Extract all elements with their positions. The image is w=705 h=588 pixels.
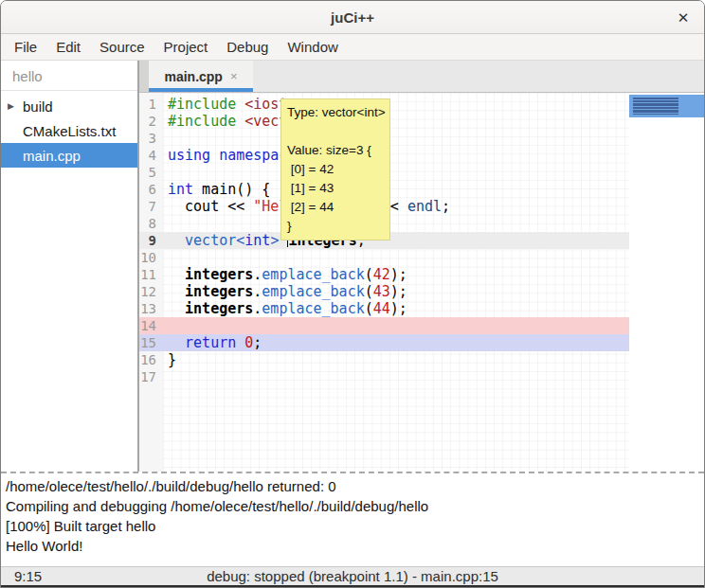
code-segment: int xyxy=(244,232,270,249)
tooltip-line xyxy=(287,122,384,141)
code-line-16[interactable]: 16} xyxy=(139,351,629,368)
code-segment xyxy=(210,147,219,164)
code-segment: ; xyxy=(253,334,262,351)
line-number[interactable]: 4 xyxy=(139,147,163,164)
menu-item-source[interactable]: Source xyxy=(90,35,154,59)
code-segment: integers xyxy=(185,266,253,283)
line-text: int main() { xyxy=(163,181,270,198)
line-number[interactable]: 3 xyxy=(139,130,163,147)
menu-item-project[interactable]: Project xyxy=(154,35,218,59)
line-number[interactable]: 14 xyxy=(139,317,163,334)
line-number[interactable]: 1 xyxy=(139,96,163,113)
editor-column: main.cpp × 1#include <iostream>2#include… xyxy=(139,61,704,472)
terminal-line: [100%] Built target hello xyxy=(6,516,699,536)
line-number[interactable]: 11 xyxy=(139,266,163,283)
code-line-12[interactable]: 12 integers.emplace_back(43); xyxy=(139,283,629,300)
code-segment: emplace_back xyxy=(262,266,364,283)
code-segment: ); xyxy=(390,300,407,317)
line-text: integers.emplace_back(44); xyxy=(163,300,407,317)
code-segment: ( xyxy=(365,266,373,283)
tree-item-label: CMakeLists.txt xyxy=(23,123,116,139)
line-number[interactable]: 15 xyxy=(139,334,163,351)
code-line-11[interactable]: 11 integers.emplace_back(42); xyxy=(139,266,629,283)
code-segment: int xyxy=(168,181,193,198)
line-text: return 0; xyxy=(163,334,262,351)
line-number[interactable]: 6 xyxy=(139,181,163,198)
code-segment: #include xyxy=(168,96,244,113)
menu-bar: FileEditSourceProjectDebugWindow xyxy=(1,34,704,61)
line-text xyxy=(163,130,168,147)
code-segment: emplace_back xyxy=(262,300,364,317)
code-line-13[interactable]: 13 integers.emplace_back(44); xyxy=(139,300,629,317)
terminal-line: Hello World! xyxy=(6,536,699,556)
minimap[interactable] xyxy=(629,93,704,472)
line-number[interactable]: 9 xyxy=(139,232,163,249)
tab-close-icon[interactable]: × xyxy=(230,69,238,83)
tab-label: main.cpp xyxy=(164,69,222,84)
code-segment: return xyxy=(185,334,236,351)
code-segment: using xyxy=(168,147,210,164)
code-segment: ); xyxy=(390,266,407,283)
code-segment: } xyxy=(168,351,176,368)
code-line-15[interactable]: 15 return 0; xyxy=(139,334,629,351)
tab-bar: main.cpp × xyxy=(139,61,704,93)
menu-item-window[interactable]: Window xyxy=(278,35,347,59)
tab-bar-notch xyxy=(139,61,149,92)
tab-main-cpp[interactable]: main.cpp × xyxy=(149,61,253,92)
line-number[interactable]: 8 xyxy=(139,215,163,232)
code-editor[interactable]: 1#include <iostream>2#include <vector>34… xyxy=(139,93,704,472)
code-segment: ( xyxy=(365,283,373,300)
project-path-label: hello xyxy=(1,61,137,91)
line-number[interactable]: 5 xyxy=(139,164,163,181)
debug-value-tooltip: Type: vector<int> Value: size=3 { [0] = … xyxy=(280,98,390,241)
code-segment: . xyxy=(253,266,262,283)
code-segment: ); xyxy=(390,283,407,300)
code-line-14[interactable]: 14 xyxy=(139,317,629,334)
code-segment: integers xyxy=(185,300,253,317)
code-segment: < xyxy=(236,232,244,249)
code-segment: 42 xyxy=(373,266,390,283)
code-segment: . xyxy=(253,283,262,300)
code-segment: #include xyxy=(168,113,244,130)
terminal-line: /home/olece/test/hello/./build/debug/hel… xyxy=(6,476,699,496)
tooltip-line: Type: vector<int> xyxy=(287,103,384,122)
code-segment: vector xyxy=(185,232,236,249)
tree-item-main-cpp[interactable]: main.cpp xyxy=(1,143,137,168)
line-number[interactable]: 10 xyxy=(139,249,163,266)
code-line-10[interactable]: 10 xyxy=(139,249,629,266)
code-line-17[interactable]: 17 xyxy=(139,368,629,385)
cursor-position-label: 9:15 xyxy=(14,568,42,584)
line-text xyxy=(163,249,168,266)
close-icon[interactable]: ✕ xyxy=(674,9,693,27)
status-bar: 9:15 debug: stopped (breakpoint 1.1) - m… xyxy=(1,566,704,585)
code-segment: 43 xyxy=(373,283,390,300)
minimap-slider[interactable] xyxy=(629,95,704,117)
code-segment: 0 xyxy=(244,334,253,351)
line-number[interactable]: 16 xyxy=(139,351,163,368)
tooltip-line: [2] = 44 xyxy=(287,198,384,217)
line-number[interactable]: 17 xyxy=(139,368,163,385)
terminal-line: Compiling and debugging /home/olece/test… xyxy=(6,496,699,516)
tree-item-cmakelists-txt[interactable]: CMakeLists.txt xyxy=(1,118,137,143)
code-segment xyxy=(168,334,185,351)
code-segment: integers xyxy=(185,283,253,300)
menu-item-edit[interactable]: Edit xyxy=(46,35,90,59)
tree-item-label: build xyxy=(23,98,53,115)
code-segment: ( xyxy=(365,300,373,317)
line-number[interactable]: 13 xyxy=(139,300,163,317)
code-segment: main() { xyxy=(193,181,270,198)
line-number[interactable]: 7 xyxy=(139,198,163,215)
menu-item-file[interactable]: File xyxy=(5,35,46,59)
terminal-output[interactable]: /home/olece/test/hello/./build/debug/hel… xyxy=(1,472,704,566)
expander-icon[interactable]: ▶ xyxy=(8,101,23,111)
line-number[interactable]: 12 xyxy=(139,283,163,300)
app-window: juCi++ ✕ FileEditSourceProjectDebugWindo… xyxy=(0,0,705,588)
tree-item-build[interactable]: ▶build xyxy=(1,94,137,118)
code-segment: endl xyxy=(407,198,442,215)
menu-item-debug[interactable]: Debug xyxy=(217,35,278,59)
tooltip-line: [0] = 42 xyxy=(287,160,384,179)
line-number[interactable]: 2 xyxy=(139,113,163,130)
minimap-code-marks xyxy=(633,98,678,115)
tooltip-line: } xyxy=(287,217,384,236)
line-text: integers.emplace_back(42); xyxy=(163,266,407,283)
